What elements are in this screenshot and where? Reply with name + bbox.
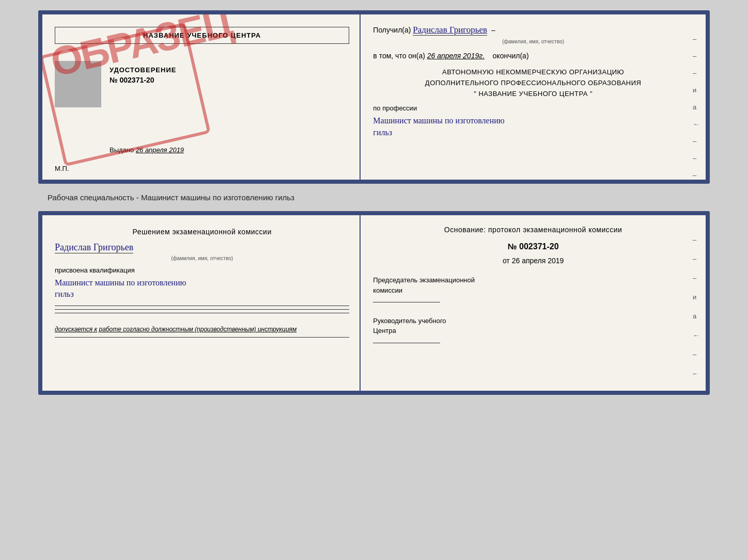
- completion-date: 26 апреля 2019г.: [427, 52, 485, 60]
- recipient-name: Радислав Григорьев: [413, 25, 487, 36]
- po-professii-label: по профессии: [373, 104, 693, 112]
- hr2: [55, 309, 349, 310]
- dopuskaetsya-line: допускается к работе согласно должностны…: [55, 326, 349, 333]
- vtom-line: в том, что он(а) 26 апреля 2019г. окончи…: [373, 52, 693, 60]
- between-label: Рабочая специальность - Машинист машины …: [48, 193, 294, 202]
- right-side-dashes: – – – и а ← – – –: [693, 35, 699, 179]
- prisvоena-label: присвоена квалификация: [55, 266, 349, 274]
- ruk-sig-line: [373, 343, 440, 343]
- udostoverenie-block: УДОСТОВЕРЕНИЕ № 002371-20: [110, 66, 176, 84]
- bottom-document: Решением экзаменационной комиссии Радисл…: [38, 211, 710, 395]
- ot-date: от 26 апреля 2019: [373, 257, 693, 265]
- predsedatel-block: Председатель экзаменационной комиссии: [373, 275, 693, 306]
- top-doc-left: НАЗВАНИЕ УЧЕБНОГО ЦЕНТРА УДОСТОВЕРЕНИЕ №…: [42, 14, 361, 180]
- vydano-date: 26 апреля 2019: [136, 146, 184, 154]
- udostoverenie-number: № 002371-20: [110, 76, 176, 84]
- resheniem-title: Решением экзаменационной комиссии: [55, 228, 349, 236]
- photo-placeholder: [55, 61, 101, 107]
- bottom-lines: [55, 306, 349, 313]
- person-name: Радислав Григорьев: [55, 242, 133, 253]
- bottom-doc-right: Основание: протокол экзаменационной коми…: [361, 215, 706, 391]
- bottom-doc-left: Решением экзаменационной комиссии Радисл…: [42, 215, 361, 391]
- org-block: АВТОНОМНУЮ НЕКОММЕРЧЕСКУЮ ОРГАНИЗАЦИЮ ДО…: [373, 67, 693, 99]
- hr3: [55, 313, 349, 313]
- ruk-block: Руководитель учебного Центра: [373, 316, 693, 346]
- famil-label-bottom: (фамилия, имя, отчество): [55, 255, 349, 261]
- hr1: [55, 306, 349, 306]
- famil-label: (фамилия, имя, отчество): [373, 39, 693, 44]
- professiya: Машинист машины по изготовлению гильз: [373, 115, 693, 138]
- top-doc-right: Получил(а) Радислав Григорьев – (фамилия…: [361, 14, 706, 180]
- bottom-right-dashes: – – – и а ← – – –: [693, 236, 699, 395]
- kvalifikaciya: Машинист машины по изготовлению гильз: [55, 277, 349, 300]
- top-document: НАЗВАНИЕ УЧЕБНОГО ЦЕНТРА УДОСТОВЕРЕНИЕ №…: [38, 10, 710, 184]
- udostoverenie-title: УДОСТОВЕРЕНИЕ: [110, 66, 176, 74]
- osnovanie-title: Основание: протокол экзаменационной коми…: [373, 226, 693, 234]
- protocol-number: № 002371-20: [373, 242, 693, 251]
- vydano-line: Выдано 26 апреля 2019: [110, 146, 184, 154]
- dopuskaetsya-text: работе согласно должностным (производств…: [99, 326, 297, 333]
- mp-label: М.П.: [55, 165, 69, 172]
- predsedatel-sig-line: [373, 302, 440, 302]
- protocol-date: 26 апреля 2019: [512, 257, 564, 265]
- hr4: [55, 337, 349, 338]
- school-name-box: НАЗВАНИЕ УЧЕБНОГО ЦЕНТРА: [55, 27, 349, 44]
- poluchil-line: Получил(а) Радислав Григорьев –: [373, 25, 693, 36]
